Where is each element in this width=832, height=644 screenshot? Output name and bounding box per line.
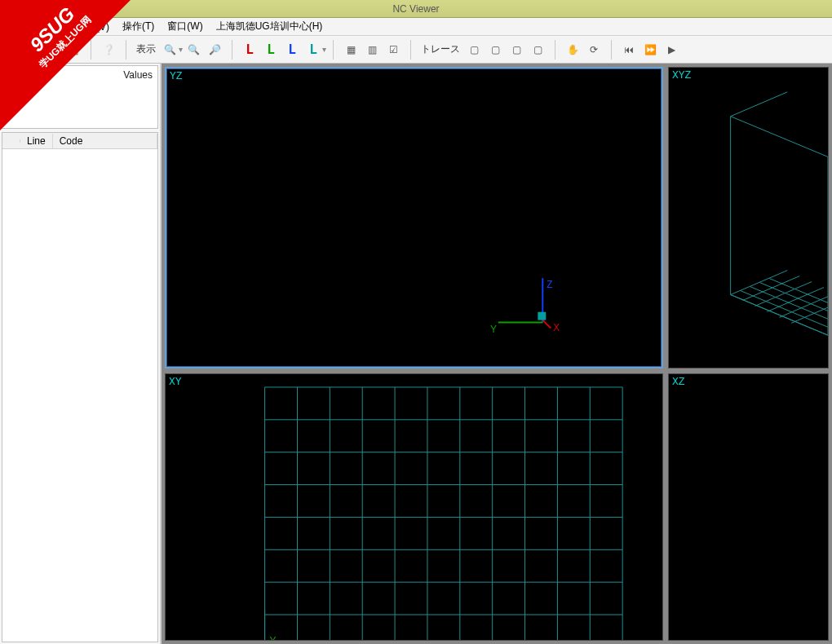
zoom-fit-dropdown[interactable]: ▾ — [179, 45, 183, 54]
svg-line-19 — [741, 291, 828, 332]
svg-line-13 — [743, 276, 800, 301]
page-icon: ▢ — [491, 44, 500, 55]
svg-text:Y: Y — [270, 635, 277, 640]
viewport-yz[interactable]: YZ Z X Y — [165, 67, 663, 368]
zoom-out-icon: 🔎 — [209, 44, 221, 55]
viewport-xz-label: XZ — [672, 376, 685, 388]
play-icon: ▶ — [668, 44, 675, 55]
grid-4-icon: ▦ — [347, 44, 356, 55]
trace-1-button[interactable]: ▢ — [464, 40, 484, 60]
skip-back-icon: ⏮ — [624, 44, 634, 55]
col-code[interactable]: Code — [53, 134, 157, 148]
svg-line-14 — [755, 282, 812, 307]
viewport-yz-label: YZ — [170, 70, 183, 82]
code-panel: Line Code — [2, 132, 158, 642]
app-title: NC Viewer — [392, 3, 439, 15]
axis-x-button[interactable]: L — [240, 40, 259, 60]
checkbox-icon: ☑ — [389, 44, 398, 55]
left-pane: Values Line Code — [0, 64, 162, 644]
viewport-xy[interactable]: XY — [165, 373, 663, 641]
rotate-button[interactable]: ⟳ — [584, 40, 604, 60]
trace-4-button[interactable]: ▢ — [528, 40, 547, 60]
svg-line-11 — [731, 92, 788, 117]
axis-z-button[interactable]: L — [282, 40, 302, 60]
checkbox-toggle[interactable]: ☑ — [383, 40, 403, 60]
viewport-xz[interactable]: XZ — [668, 373, 829, 641]
page-icon: ▢ — [533, 44, 542, 55]
axis-iso-button[interactable]: L — [303, 40, 323, 60]
rotate-icon: ⟳ — [590, 44, 598, 55]
axis-dropdown[interactable]: ▾ — [322, 45, 326, 54]
menu-window[interactable]: 窗口(W) — [161, 18, 209, 35]
gutter-col — [2, 139, 20, 143]
page-icon: ▢ — [470, 44, 479, 55]
hand-icon: ✋ — [567, 44, 579, 55]
layout-4view-button[interactable]: ▦ — [341, 40, 361, 60]
page-icon: ▢ — [512, 44, 521, 55]
svg-line-16 — [779, 293, 828, 317]
zoom-out-button[interactable]: 🔎 — [205, 40, 224, 60]
svg-line-7 — [731, 117, 828, 157]
viewport-xyz-label: XYZ — [672, 69, 691, 82]
play-fwd-button[interactable]: ⏩ — [640, 40, 660, 60]
svg-text:Y: Y — [490, 324, 497, 335]
svg-line-15 — [767, 288, 824, 312]
trace-3-button[interactable]: ▢ — [507, 40, 526, 60]
play-start-button[interactable]: ⏮ — [619, 40, 639, 60]
viewport-grid: YZ Z X Y XYZ — [162, 64, 832, 644]
col-line[interactable]: Line — [20, 134, 53, 148]
zoom-in-icon: 🔍 — [188, 44, 200, 55]
layout-2view-button[interactable]: ▥ — [362, 40, 382, 60]
svg-line-18 — [731, 294, 828, 335]
svg-line-2 — [542, 320, 551, 329]
zoom-in-button[interactable]: 🔍 — [184, 40, 203, 60]
pan-button[interactable]: ✋ — [563, 40, 582, 60]
play-button[interactable]: ▶ — [662, 40, 681, 60]
trace-2-button[interactable]: ▢ — [485, 40, 505, 60]
viewport-xy-label: XY — [169, 376, 182, 388]
menu-training[interactable]: 上海凯德UG培训中心(H) — [210, 18, 330, 35]
fast-fwd-icon: ⏩ — [644, 44, 657, 55]
svg-text:Z: Z — [547, 279, 552, 290]
viewport-xyz[interactable]: XYZ — [668, 67, 829, 368]
zoom-fit-button[interactable]: 🔍 — [160, 40, 179, 60]
svg-text:X: X — [553, 322, 560, 333]
trace-label: トレース — [418, 42, 463, 56]
grid-2-icon: ▥ — [368, 44, 377, 55]
zoom-fit-icon: 🔍 — [164, 44, 176, 55]
axis-indicator: Z X Y — [166, 68, 662, 367]
display-label: 表示 — [133, 42, 159, 56]
axis-y-button[interactable]: L — [261, 40, 281, 60]
svg-rect-6 — [538, 312, 546, 320]
